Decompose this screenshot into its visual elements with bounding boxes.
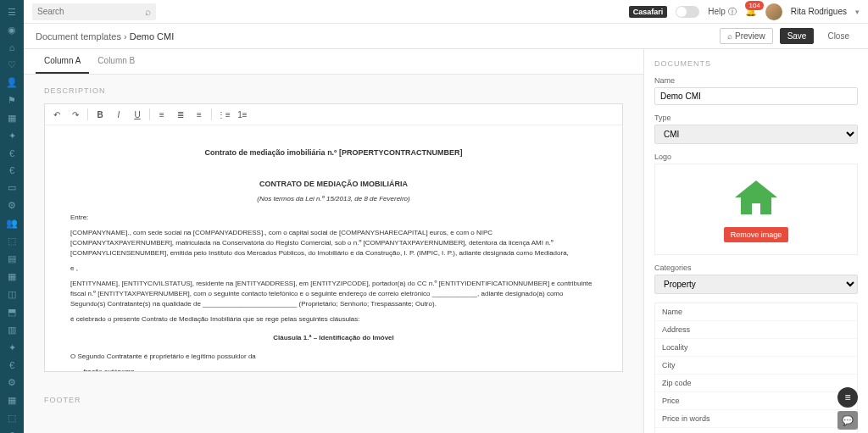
chat-fab[interactable]: 💬 <box>837 411 858 430</box>
documents-heading: DOCUMENTS <box>654 59 858 68</box>
categories-select[interactable]: Property <box>654 275 858 294</box>
doc-heading: CONTRATO DE MEDIAÇÃO IMOBILIÁRIA <box>70 179 597 191</box>
field-list: Name Address Locality City Zip code Pric… <box>654 303 858 433</box>
rail-item-6[interactable]: ▦ <box>5 113 19 124</box>
align-left-icon[interactable]: ≡ <box>155 108 169 121</box>
help-icon: ⓘ <box>728 6 737 18</box>
rail-item-1[interactable]: ◉ <box>5 25 19 36</box>
description-editor: ↶ ↷ B I U ≡ ≣ ≡ ⋮≡ 1≡ <box>44 103 623 372</box>
bold-icon[interactable]: B <box>93 108 107 121</box>
doc-p4: O Segundo Contratante é proprietário e l… <box>70 352 597 362</box>
align-right-icon[interactable]: ≡ <box>192 108 206 121</box>
rail-item-3[interactable]: ♡ <box>5 59 19 70</box>
align-center-icon[interactable]: ≣ <box>174 108 187 121</box>
menu-icon[interactable]: ☰ <box>5 7 19 18</box>
doc-p2: [ENTITYNAME], [ENTITYCIVILSTATUS], resid… <box>70 279 597 309</box>
doc-e: e , <box>70 264 597 274</box>
field-item[interactable]: Price in words <box>655 410 857 428</box>
preview-button[interactable]: ⌕ Preview <box>720 28 772 44</box>
rail-item-5[interactable]: ⚑ <box>5 95 19 106</box>
undo-icon[interactable]: ↶ <box>50 108 64 121</box>
notif-badge: 104 <box>745 1 763 10</box>
help-link[interactable]: Help ⓘ <box>708 6 737 18</box>
field-item[interactable]: City <box>655 357 857 375</box>
breadcrumb-root[interactable]: Document templates <box>36 31 121 42</box>
rail-item-7[interactable]: ✦ <box>5 130 19 142</box>
tab-column-b[interactable]: Column B <box>89 49 143 74</box>
brand-badge: Casafari <box>629 6 668 18</box>
doc-p3: é celebrado o presente Contrato de Media… <box>70 314 597 325</box>
notifications-icon[interactable]: 🔔104 <box>745 6 757 17</box>
rail-item-4[interactable]: 👤 <box>5 77 19 88</box>
rail-item-15[interactable]: ▦ <box>5 271 19 282</box>
type-select[interactable]: CMI <box>654 125 858 144</box>
breadcrumb: Document templates › Demo CMI <box>36 31 174 42</box>
field-item[interactable]: Zip code <box>655 375 857 392</box>
rail-item-11[interactable]: ⚙ <box>5 200 19 211</box>
doc-p1: [COMPANYNAME]., com sede social na [COMP… <box>70 228 597 258</box>
rail-item-9[interactable]: € <box>5 165 19 175</box>
doc-contract-line: Contrato de mediação imobiliária n.º [PR… <box>70 147 597 159</box>
underline-icon[interactable]: U <box>131 108 144 121</box>
column-tabs: Column A Column B <box>24 49 643 75</box>
doc-p5: ___ fração autónoma <box>70 367 597 372</box>
eye-icon: ⌕ <box>727 31 732 41</box>
save-button[interactable]: Save <box>780 28 815 44</box>
tab-column-a[interactable]: Column A <box>36 49 89 74</box>
field-item[interactable]: Locality <box>655 339 857 357</box>
logo-preview: Remove image <box>654 164 858 255</box>
editor-body[interactable]: Contrato de mediação imobiliária n.º [PR… <box>45 125 622 371</box>
editor-toolbar: ↶ ↷ B I U ≡ ≣ ≡ ⋮≡ 1≡ <box>45 104 622 125</box>
brand-toggle[interactable] <box>676 6 699 18</box>
logo-image <box>731 176 782 219</box>
list-ol-icon[interactable]: 1≡ <box>236 108 249 121</box>
rail-item-17[interactable]: ⬒ <box>5 307 19 318</box>
rail-item-13[interactable]: ⬚ <box>5 236 19 247</box>
right-panel: DOCUMENTS Name Type CMI Logo Remove imag… <box>643 49 868 433</box>
rail-item-14[interactable]: ▤ <box>5 253 19 264</box>
field-item[interactable]: Name <box>655 303 857 321</box>
breadcrumb-current: Demo CMI <box>130 31 175 42</box>
search-box[interactable]: ⌕ <box>32 3 156 20</box>
avatar[interactable] <box>765 3 782 20</box>
rail-item-23[interactable]: ⬚ <box>5 413 19 424</box>
redo-icon[interactable]: ↷ <box>69 108 82 121</box>
left-pane: Column A Column B DESCRIPTION ↶ ↷ B I U <box>24 49 643 433</box>
field-item[interactable]: Contract number <box>655 428 857 433</box>
remove-image-button[interactable]: Remove image <box>724 227 789 242</box>
search-icon[interactable]: ⌕ <box>145 6 151 18</box>
categories-label: Categories <box>654 264 858 272</box>
topbar: ⌕ Casafari Help ⓘ 🔔104 Rita Rodrigues ▾ <box>24 0 868 24</box>
name-input[interactable] <box>654 87 858 105</box>
footer-heading: FOOTER <box>44 396 623 404</box>
side-rail: ☰ ◉ ⌂ ♡ 👤 ⚑ ▦ ✦ € € ▭ ⚙ 👥 ⬚ ▤ ▦ ◫ ⬒ ▥ ✦ … <box>0 0 24 433</box>
name-label: Name <box>654 76 858 85</box>
rail-item-19[interactable]: ✦ <box>5 342 19 353</box>
type-label: Type <box>654 114 858 122</box>
rail-item-10[interactable]: ▭ <box>5 182 19 193</box>
rail-item-18[interactable]: ▥ <box>5 325 19 336</box>
close-button[interactable]: Close <box>821 29 856 43</box>
rail-item-22[interactable]: ▦ <box>5 395 19 406</box>
rail-item-16[interactable]: ◫ <box>5 289 19 300</box>
fab-button[interactable]: ≡ <box>837 387 858 408</box>
username: Rita Rodrigues <box>791 7 847 16</box>
italic-icon[interactable]: I <box>112 108 125 121</box>
list-ul-icon[interactable]: ⋮≡ <box>217 108 231 121</box>
logo-label: Logo <box>654 153 858 161</box>
doc-clausula: Cláusula 1.ª – Identificação do Imóvel <box>70 333 597 343</box>
page-toolbar: Document templates › Demo CMI ⌕ Preview … <box>24 24 868 49</box>
breadcrumb-sep: › <box>124 31 130 42</box>
field-item[interactable]: Price <box>655 392 857 410</box>
description-heading: DESCRIPTION <box>44 86 623 95</box>
doc-subtitle: (Nos termos da Lei n.º 15/2013, de 8 de … <box>70 194 597 204</box>
rail-item-2[interactable]: ⌂ <box>5 42 19 53</box>
rail-item-12[interactable]: 👥 <box>5 218 19 229</box>
field-item[interactable]: Address <box>655 321 857 339</box>
search-input[interactable] <box>37 7 145 16</box>
doc-entre: Entre: <box>70 213 597 223</box>
rail-item-20[interactable]: € <box>5 360 19 370</box>
rail-item-21[interactable]: ⚙ <box>5 377 19 388</box>
rail-item-8[interactable]: € <box>5 148 19 158</box>
user-menu-chevron[interactable]: ▾ <box>855 8 860 16</box>
